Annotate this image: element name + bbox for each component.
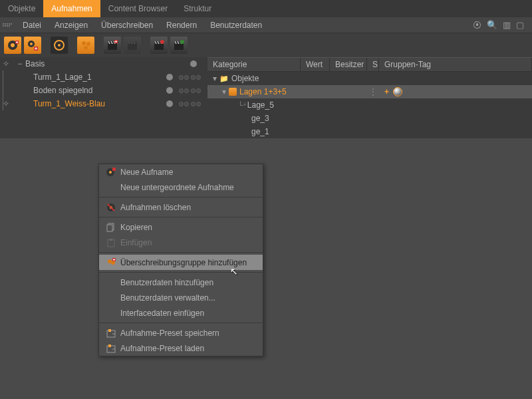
svg-rect-37 (108, 344, 111, 347)
clapper-button-4[interactable] (170, 37, 188, 54)
override-icon[interactable]: ⚙⚙ (178, 87, 185, 94)
tree-label[interactable]: Objekte (231, 74, 259, 83)
tab-objekte[interactable]: Objekte (0, 0, 43, 17)
cm-label: Benutzerdaten hinzufügen (120, 278, 213, 287)
separator (99, 217, 263, 217)
separator (99, 323, 263, 323)
header-besitzer[interactable]: Besitzer (330, 58, 367, 71)
svg-point-1 (11, 43, 15, 47)
menu-benutzerdaten[interactable]: Benutzerdaten (203, 18, 269, 33)
visibility-dot[interactable] (166, 87, 173, 94)
tree-row[interactable]: Boden spiegelnd ⚙⚙⚙⚙ (0, 84, 207, 97)
tree-label[interactable]: Turm_1_Lage_1 (32, 72, 92, 82)
cm-neue-aufnahme[interactable]: Neue Aufname (99, 164, 263, 180)
tree-row[interactable]: ge_1 (207, 125, 532, 138)
collapse-icon[interactable]: − (16, 59, 24, 68)
cm-preset-laden[interactable]: Aufnahme-Preset laden (99, 340, 263, 356)
separator (99, 197, 263, 198)
svg-point-21 (180, 40, 184, 44)
svg-point-8 (82, 41, 86, 45)
tree-label[interactable]: Boden spiegelnd (32, 86, 92, 95)
cm-label: Aufnahme-Preset laden (120, 344, 204, 353)
tree-row[interactable]: Turm_1_Lage_1 ⚙⚙⚙⚙ (0, 70, 207, 84)
tree-label[interactable]: Basis (24, 59, 45, 68)
svg-point-23 (109, 171, 112, 174)
main-tabs: Objekte Aufnahmen Content Browser Strukt… (0, 0, 532, 17)
menubar-grip-icon[interactable] (3, 21, 12, 30)
override-icon[interactable]: ⚙⚙ (190, 74, 197, 80)
visibility-dot[interactable] (166, 74, 173, 80)
tree-row[interactable]: ge_3 (207, 112, 532, 125)
svg-rect-35 (108, 329, 111, 332)
svg-rect-14 (128, 44, 137, 50)
header-wert[interactable]: Wert (301, 58, 330, 71)
tree-row-basis[interactable]: − Basis (0, 57, 207, 70)
override-icon[interactable]: ⚙⚙ (190, 87, 197, 94)
menu-anzeigen[interactable]: Anzeigen (48, 18, 94, 33)
tab-aufnahmen[interactable]: Aufnahmen (43, 0, 100, 17)
clapper-button-1[interactable] (104, 37, 121, 54)
menu-ueberschreiben[interactable]: Überschreiben (94, 18, 160, 33)
header-s[interactable]: S (367, 58, 379, 71)
search-icon[interactable]: 🔍 (487, 20, 497, 30)
header-kategorie[interactable]: Kategorie (207, 58, 301, 71)
cm-label: Neue Aufname (120, 168, 173, 177)
tree-row-selected[interactable]: Turm_1_Weiss-Blau ⚙⚙⚙⚙ (0, 97, 207, 110)
svg-point-10 (84, 46, 88, 50)
clapper-button-2[interactable] (124, 37, 141, 54)
column-headers: Kategorie Wert Besitzer S Gruppen-Tag (207, 57, 532, 72)
takes-tree: ✧ ✧ − Basis Turm_1_Lage_1 ⚙⚙⚙⚙ Boden spi… (0, 57, 207, 138)
folder-icon: 📁 (219, 74, 229, 83)
cm-label: Einfügen (120, 238, 152, 247)
tree-label[interactable]: Lagen 1+3+5 (239, 87, 287, 96)
material-sphere-icon[interactable] (393, 87, 402, 96)
tree-label[interactable]: Turm_1_Weiss-Blau (32, 99, 105, 108)
cm-neue-untergeordnete[interactable]: Neue untergeordnete Aufnahme (99, 180, 263, 195)
menu-datei[interactable]: Datei (16, 18, 48, 33)
header-gruppen-tag[interactable]: Gruppen-Tag (379, 58, 532, 71)
cm-gruppe-hinzufuegen[interactable]: Überschreibungsgruppe hinzufügen (99, 255, 263, 270)
svg-rect-30 (110, 239, 112, 241)
svg-point-4 (30, 43, 33, 45)
cm-benutzerdaten-verwalten[interactable]: Benutzerdaten verwalten... (99, 290, 263, 305)
delete-icon (104, 202, 118, 213)
menu-rendern[interactable]: Rendern (160, 18, 203, 33)
separator (99, 252, 263, 253)
svg-point-18 (160, 40, 164, 44)
separator (99, 272, 263, 273)
tree-label[interactable]: ge_1 (251, 127, 269, 136)
tab-content-browser[interactable]: Content Browser (100, 0, 176, 17)
tab-struktur[interactable]: Struktur (176, 0, 219, 17)
molecule-button[interactable] (77, 37, 94, 54)
cm-label: Benutzerdaten verwalten... (120, 293, 215, 303)
copy-icon (104, 222, 118, 233)
visibility-dot[interactable] (190, 61, 197, 67)
tree-row-objekte[interactable]: ▾📁Objekte (207, 72, 532, 85)
expand-icon[interactable]: ▾ (222, 87, 229, 96)
panel-full-icon[interactable]: ▢ (516, 20, 524, 30)
add-tag-button[interactable]: + (384, 87, 389, 96)
cm-preset-speichern[interactable]: Aufnahme-Preset speichern (99, 325, 263, 340)
tree-row-lagen[interactable]: ▾Lagen 1+3+5 ⋮ + (207, 85, 532, 98)
new-take-button[interactable] (4, 37, 21, 54)
cm-interfacedaten[interactable]: Interfacedaten einfügen (99, 305, 263, 321)
tree-label[interactable]: Lage_5 (247, 100, 274, 110)
target-button[interactable] (51, 37, 68, 54)
override-icon[interactable]: ⚙⚙ (190, 100, 197, 107)
clapper-button-3[interactable] (150, 37, 168, 54)
cm-loeschen[interactable]: Aufnahmen löschen (99, 200, 263, 215)
cm-kopieren[interactable]: Kopieren (99, 219, 263, 235)
override-icon[interactable]: ⚙⚙ (178, 100, 185, 107)
override-icon[interactable]: ⚙⚙ (178, 74, 185, 80)
paste-icon (104, 237, 118, 248)
status-cell[interactable]: ⋮ (367, 87, 379, 96)
cm-benutzerdaten-hinzu[interactable]: Benutzerdaten hinzufügen (99, 275, 263, 290)
new-child-take-button[interactable] (24, 37, 41, 54)
panel-split-icon[interactable]: ▥ (503, 20, 511, 30)
eye-icon[interactable]: ⦿ (473, 20, 481, 30)
expand-icon[interactable]: ▾ (213, 74, 219, 83)
tree-label[interactable]: ge_3 (251, 114, 269, 123)
cm-label: Neue untergeordnete Aufnahme (120, 183, 234, 192)
tree-row[interactable]: └ꜜLage_5 (207, 98, 532, 112)
visibility-dot[interactable] (166, 100, 173, 107)
